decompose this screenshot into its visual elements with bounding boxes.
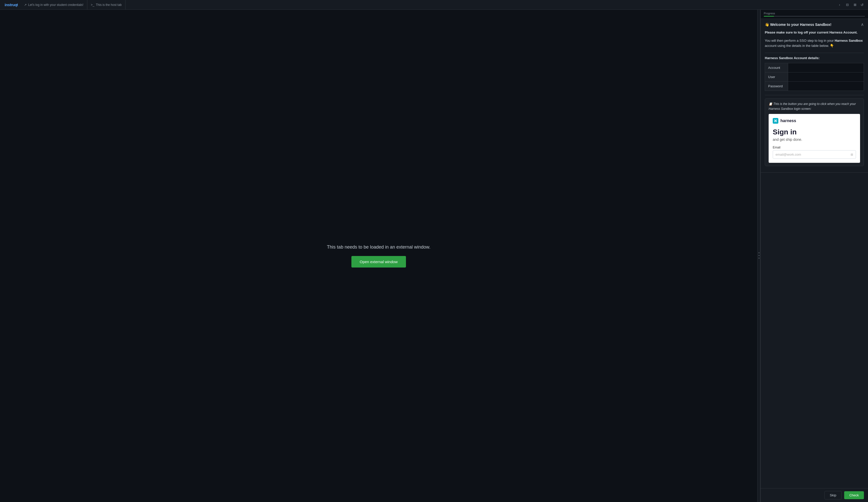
account-label: Account [765, 63, 788, 72]
topbar: instruqt ↗ Let's log in with your studen… [0, 0, 868, 10]
email-placeholder: email@work.com [776, 153, 801, 156]
note-box: 📋 This is the button you are going to cl… [765, 98, 864, 166]
external-link-icon: ↗ [24, 3, 27, 7]
credentials-table: Account User Password [765, 63, 864, 91]
table-row: Account [765, 63, 864, 72]
note-icon: 📋 [768, 102, 773, 106]
welcome-header: 👋 Welcome to your Harness Sandbox! ∧ [765, 22, 864, 27]
warning-text: Please make sure to log off your current… [765, 30, 864, 35]
refresh-button[interactable]: ↺ [858, 1, 866, 9]
account-details-title: Harness Sandbox Account details: [765, 56, 864, 60]
external-tab-label: Let's log in with your student credentia… [28, 3, 83, 7]
sign-in-subtitle: and get ship done. [773, 137, 856, 142]
host-tab[interactable]: >_ This is the host tab [87, 0, 125, 10]
host-tab-label: This is the host tab [96, 3, 122, 7]
account-value [788, 63, 864, 72]
user-value [788, 72, 864, 82]
panel-toggle-button[interactable]: ⊠ [851, 1, 858, 8]
note-text: 📋 This is the button you are going to cl… [768, 102, 860, 111]
check-button[interactable]: Check [844, 491, 864, 499]
harness-logo-text: harness [781, 118, 796, 123]
skip-button[interactable]: Skip [825, 491, 841, 500]
progress-bar-container: Progress [761, 10, 868, 19]
layout-toggle-button[interactable]: ⊟ [844, 1, 850, 8]
browser-panel: This tab needs to be loaded in an extern… [0, 10, 757, 502]
panel-toggles: › ⊟ ⊠ [834, 1, 858, 8]
divider-handle: • • • [758, 252, 761, 259]
table-row: User [765, 72, 864, 82]
instructions-content[interactable]: 👋 Welcome to your Harness Sandbox! ∧ Ple… [761, 19, 868, 488]
table-row: Password [765, 82, 864, 91]
terminal-icon: >_ [91, 3, 94, 7]
email-label: Email [773, 146, 856, 149]
welcome-title: 👋 Welcome to your Harness Sandbox! [765, 22, 831, 27]
description-text: You will then perform a SSO step to log … [765, 38, 864, 49]
password-label: Password [765, 82, 788, 91]
logo-text: instruqt [4, 2, 18, 7]
harness-login-preview: harness Sign in and get ship done. Email… [768, 114, 860, 163]
welcome-section: 👋 Welcome to your Harness Sandbox! ∧ Ple… [761, 19, 868, 172]
refresh-icon: ↺ [860, 3, 864, 7]
password-value [788, 82, 864, 91]
collapse-button[interactable]: ∧ [861, 22, 864, 27]
harness-logo-row: harness [773, 118, 856, 124]
email-input-preview: email@work.com ⊞ [773, 150, 856, 159]
main-layout: This tab needs to be loaded in an extern… [0, 10, 868, 502]
divider-1 [765, 53, 864, 53]
user-label: User [765, 72, 788, 82]
bottom-toolbar: Skip Check [761, 488, 868, 502]
panel-divider[interactable]: • • • [757, 10, 761, 502]
open-external-window-button[interactable]: Open external window [351, 256, 406, 268]
chevron-right-button[interactable]: › [836, 1, 843, 8]
divider-2 [765, 95, 864, 95]
progress-label: Progress [764, 12, 865, 15]
email-input-icon: ⊞ [850, 153, 853, 156]
sign-in-title: Sign in [773, 128, 856, 136]
logo: instruqt [2, 0, 20, 10]
progress-fill [764, 16, 774, 17]
external-tab[interactable]: ↗ Let's log in with your student credent… [20, 0, 87, 10]
progress-track [764, 16, 865, 17]
instructions-panel: Progress 👋 Welcome to your Harness Sandb… [761, 10, 868, 502]
harness-logo-icon [773, 118, 778, 124]
external-window-message: This tab needs to be loaded in an extern… [327, 244, 430, 250]
